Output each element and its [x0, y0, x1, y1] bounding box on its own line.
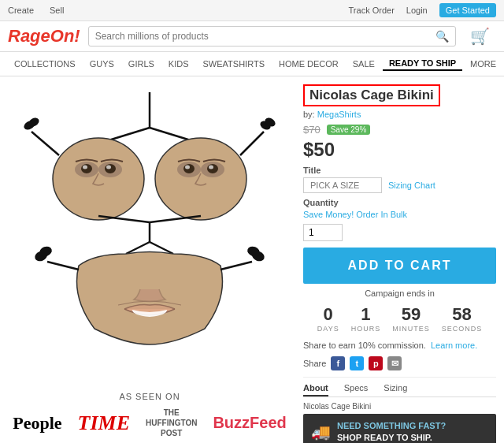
- countdown-days: 0 DAYS: [317, 304, 339, 333]
- create-link[interactable]: Create: [8, 6, 34, 15]
- header: RageOn! 🔍 🛒: [0, 21, 504, 52]
- save-badge: Save 29%: [327, 125, 371, 135]
- svg-point-20: [183, 164, 195, 173]
- seconds-value: 58: [442, 304, 483, 325]
- price-row: $70 Save 29%: [303, 124, 496, 136]
- size-input[interactable]: [303, 177, 382, 193]
- countdown-seconds: 58 SECONDS: [442, 304, 483, 333]
- cart-icon[interactable]: 🛒: [470, 27, 490, 46]
- tab-about[interactable]: About: [303, 381, 328, 396]
- product-image: [16, 84, 284, 384]
- twitter-share-icon[interactable]: t: [350, 356, 364, 370]
- countdown-minutes: 59 MINUTES: [392, 304, 430, 333]
- add-to-cart-button[interactable]: ADD TO CART: [303, 248, 496, 284]
- login-link[interactable]: Login: [406, 6, 428, 15]
- search-input[interactable]: [95, 31, 435, 42]
- ready-ship-banner: 🚚 NEED SOMETHING FAST? SHOP READY TO SHI…: [303, 414, 496, 443]
- svg-point-22: [185, 166, 190, 169]
- email-share-icon[interactable]: ✉: [387, 356, 402, 370]
- svg-point-23: [209, 166, 213, 169]
- share-row: Share to earn 10% commission. Learn more…: [303, 341, 496, 350]
- product-title-small: Nicolas Cage Bikini: [303, 402, 496, 411]
- top-bar-right: Track Order Login Get Started: [349, 3, 496, 17]
- hours-label: HOURS: [351, 325, 381, 333]
- nav-collections[interactable]: COLLECTIONS: [8, 58, 82, 70]
- banner-line1: NEED SOMETHING FAST?: [337, 420, 446, 432]
- minutes-label: MINUTES: [392, 325, 430, 333]
- search-bar[interactable]: 🔍: [88, 26, 456, 47]
- track-order-link[interactable]: Track Order: [349, 6, 395, 15]
- search-icon[interactable]: 🔍: [435, 30, 449, 43]
- svg-point-17: [155, 138, 246, 220]
- banner-line2: SHOP READY TO SHIP.: [337, 432, 446, 443]
- countdown-hours: 1 HOURS: [351, 304, 381, 333]
- tab-row: About Specs Sizing: [303, 381, 496, 397]
- sell-link[interactable]: Sell: [50, 6, 64, 15]
- product-info: Nicolas Cage Bikini by: MegaShirts $70 S…: [303, 84, 496, 443]
- share-earn-text: Share to earn 10% commission.: [303, 341, 426, 350]
- tab-specs[interactable]: Specs: [344, 381, 369, 396]
- nav-homedecor[interactable]: HOME DECOR: [272, 58, 345, 70]
- truck-icon: 🚚: [311, 423, 331, 441]
- product-image-area: AS SEEN ON People TIME THEHUFFINGTONPOST…: [8, 84, 291, 443]
- seller-info: by: MegaShirts: [303, 110, 496, 119]
- huffpost-logo: THEHUFFINGTONPOST: [146, 408, 197, 438]
- minutes-value: 59: [392, 304, 430, 325]
- buzzfeed-logo: BuzzFeed: [213, 414, 286, 432]
- people-logo: People: [13, 413, 61, 434]
- facebook-share-icon[interactable]: f: [331, 356, 345, 370]
- quantity-input[interactable]: 1: [303, 224, 343, 241]
- size-row: Sizing Chart: [303, 177, 496, 193]
- title-label: Title: [303, 166, 496, 175]
- days-label: DAYS: [317, 325, 339, 333]
- nav: COLLECTIONS GUYS GIRLS KIDS SWEATSHIRTS …: [0, 52, 504, 76]
- main-content: AS SEEN ON People TIME THEHUFFINGTONPOST…: [0, 76, 504, 443]
- banner-text: NEED SOMETHING FAST? SHOP READY TO SHIP.: [337, 420, 446, 443]
- hours-value: 1: [351, 304, 381, 325]
- campaign-ends-label: Campaign ends in: [303, 289, 496, 298]
- nav-readytoship[interactable]: READY TO SHIP: [383, 57, 462, 71]
- seller-name[interactable]: MegaShirts: [317, 110, 361, 119]
- nav-girls[interactable]: GIRLS: [122, 58, 161, 70]
- svg-point-8: [105, 164, 116, 173]
- divider: [303, 377, 496, 378]
- nav-sale[interactable]: SALE: [346, 58, 381, 70]
- days-value: 0: [317, 304, 339, 325]
- svg-point-4: [53, 138, 144, 220]
- product-title: Nicolas Cage Bikini: [303, 84, 440, 106]
- press-logos: People TIME THEHUFFINGTONPOST BuzzFeed: [13, 408, 287, 438]
- top-bar-left: Create Sell: [8, 6, 64, 15]
- svg-point-9: [83, 166, 87, 169]
- nav-more[interactable]: MORE: [464, 58, 502, 70]
- share-label: Share: [303, 359, 326, 368]
- as-seen-on-label: AS SEEN ON: [119, 392, 180, 401]
- quantity-row: Save Money! Order In Bulk: [303, 210, 496, 219]
- logo-text: RageOn!: [8, 26, 80, 46]
- save-bulk-link[interactable]: Save Money! Order In Bulk: [303, 210, 407, 219]
- share-icons-row: Share f t p ✉: [303, 356, 496, 370]
- time-logo: TIME: [78, 411, 130, 435]
- countdown: 0 DAYS 1 HOURS 59 MINUTES 58 SECONDS: [303, 304, 496, 333]
- sale-price: $50: [303, 139, 496, 161]
- quantity-label: Quantity: [303, 198, 496, 207]
- nav-sweatshirts[interactable]: SWEATSHIRTS: [197, 58, 271, 70]
- svg-point-7: [81, 164, 92, 173]
- tab-sizing[interactable]: Sizing: [384, 381, 407, 396]
- svg-point-10: [106, 166, 111, 169]
- seller-label: by:: [303, 110, 315, 119]
- pinterest-share-icon[interactable]: p: [369, 356, 383, 370]
- svg-point-21: [207, 164, 218, 173]
- nav-guys[interactable]: GUYS: [83, 58, 120, 70]
- nav-kids[interactable]: KIDS: [162, 58, 195, 70]
- seconds-label: SECONDS: [442, 325, 483, 333]
- get-started-button[interactable]: Get Started: [439, 3, 496, 17]
- top-bar: Create Sell Track Order Login Get Starte…: [0, 0, 504, 21]
- original-price: $70: [303, 124, 321, 136]
- logo[interactable]: RageOn!: [8, 26, 80, 47]
- sizing-chart-link[interactable]: Sizing Chart: [388, 181, 435, 190]
- learn-more-link[interactable]: Learn more.: [431, 341, 477, 350]
